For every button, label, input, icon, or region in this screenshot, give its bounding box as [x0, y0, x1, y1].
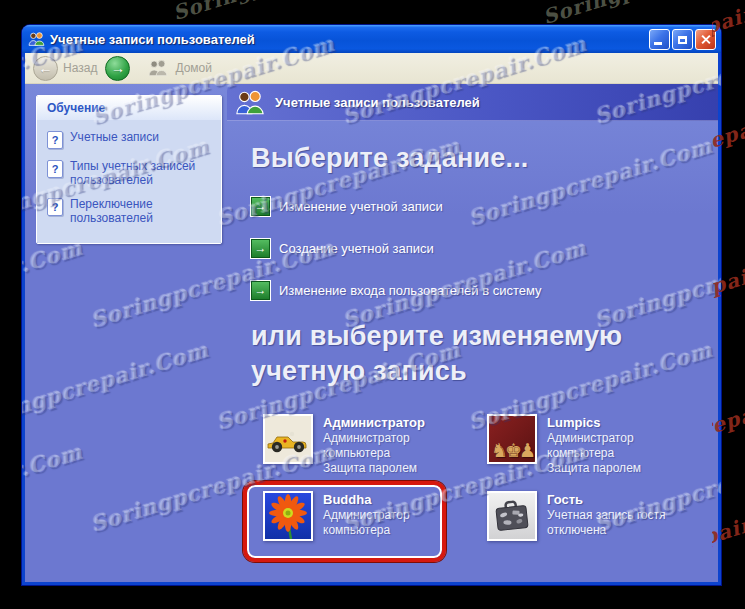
account-status: Защита паролем — [323, 461, 478, 476]
task-change-logon[interactable]: Изменение входа пользователей в систему — [251, 269, 542, 311]
page-title: Учетные записи пользователей — [275, 95, 480, 110]
window-controls — [649, 29, 716, 50]
account-name: Гость — [547, 492, 702, 508]
sidebar: Обучение Учетные записи Типы учетных зап… — [25, 84, 227, 582]
window-title: Учетные записи пользователей — [50, 32, 255, 47]
banner-users-icon — [235, 89, 265, 116]
sidebar-item-accounts[interactable]: Учетные записи — [47, 130, 213, 149]
page-banner: Учетные записи пользователей — [227, 84, 718, 121]
green-arrow-icon — [251, 281, 270, 300]
task-change-account[interactable]: Изменение учетной записи — [251, 185, 542, 227]
task-list: Изменение учетной записи Создание учетно… — [251, 185, 542, 311]
screenshot-stage: Учетные записи пользователей ← Назад → — [0, 0, 745, 609]
watermark-text: Soringpcrepair.Com — [540, 0, 745, 25]
navigation-toolbar: ← Назад → Домой — [25, 53, 718, 84]
close-button[interactable] — [695, 29, 716, 50]
account-tile-lumpics[interactable]: Lumpics Администратор компьютера Защита … — [487, 414, 705, 476]
watermark-text: Soringpcrepair.Com — [170, 0, 409, 25]
watermark-layer-top: Soringpcrepair.ComSoringpcrepair.Com — [0, 0, 745, 25]
home-label: Домой — [175, 61, 212, 75]
task-create-account[interactable]: Создание учетной записи — [251, 227, 542, 269]
title-bar[interactable]: Учетные записи пользователей — [22, 25, 721, 53]
chess-pieces-icon — [487, 414, 537, 464]
learn-about-header: Обучение — [37, 96, 221, 120]
sidebar-item-label: Учетные записи — [70, 130, 159, 149]
account-status: Защита паролем — [547, 461, 702, 476]
back-button[interactable]: ← — [33, 56, 58, 81]
suitcase-icon — [487, 491, 537, 541]
account-status: Учетная запись гостя отключена — [547, 508, 702, 538]
pick-task-heading: Выберите задание... — [251, 143, 529, 174]
maximize-icon — [678, 36, 687, 44]
account-name: Buddha — [323, 492, 478, 508]
green-arrow-icon — [251, 197, 270, 216]
maximize-button[interactable] — [672, 29, 693, 50]
minimize-button[interactable] — [649, 29, 670, 50]
forward-arrow-icon: → — [111, 61, 125, 75]
account-tile-administrator[interactable]: Администратор Администратор компьютера З… — [263, 414, 481, 476]
user-accounts-window: Учетные записи пользователей ← Назад → — [22, 25, 721, 585]
learn-about-title: Обучение — [47, 101, 105, 115]
green-arrow-icon — [251, 239, 270, 258]
sidebar-item-switch-users[interactable]: Переключение пользователей — [47, 197, 213, 225]
sidebar-item-account-types[interactable]: Типы учетных записей пользователей — [47, 159, 213, 187]
pick-account-heading: или выберите изменяемую учетную запись — [251, 319, 718, 389]
minimize-icon — [654, 42, 662, 45]
task-label: Изменение входа пользователей в систему — [279, 283, 542, 298]
help-doc-icon — [47, 160, 63, 178]
race-car-icon — [263, 414, 313, 464]
account-role: Администратор компьютера — [547, 431, 702, 461]
account-tile-guest[interactable]: Гость Учетная запись гостя отключена — [487, 491, 705, 541]
back-label: Назад — [63, 61, 97, 75]
sidebar-item-label: Переключение пользователей — [70, 197, 213, 225]
account-role: Администратор компьютера — [323, 431, 478, 461]
learn-about-box: Обучение Учетные записи Типы учетных зап… — [36, 95, 222, 244]
home-users-icon — [146, 59, 170, 77]
home-button[interactable]: Домой — [146, 59, 212, 77]
sidebar-item-label: Типы учетных записей пользователей — [70, 159, 213, 187]
account-name: Администратор — [323, 415, 478, 431]
help-doc-icon — [47, 198, 63, 216]
help-doc-icon — [47, 131, 63, 149]
learn-about-body: Учетные записи Типы учетных записей поль… — [37, 120, 221, 243]
account-name: Lumpics — [547, 415, 702, 431]
task-label: Изменение учетной записи — [279, 199, 443, 214]
content-area: Обучение Учетные записи Типы учетных зап… — [25, 84, 718, 582]
flower-icon — [263, 491, 313, 541]
account-tile-buddha[interactable]: Buddha Администратор компьютера — [263, 491, 481, 541]
close-icon — [700, 34, 711, 45]
account-role: Администратор компьютера — [323, 508, 478, 538]
main-pane: Выберите задание... Изменение учетной за… — [227, 121, 718, 582]
user-accounts-icon — [28, 31, 45, 47]
back-arrow-icon: ← — [39, 61, 53, 75]
forward-button[interactable]: → — [105, 56, 130, 81]
window-frame: ← Назад → Домой — [22, 53, 721, 585]
task-label: Создание учетной записи — [279, 241, 434, 256]
